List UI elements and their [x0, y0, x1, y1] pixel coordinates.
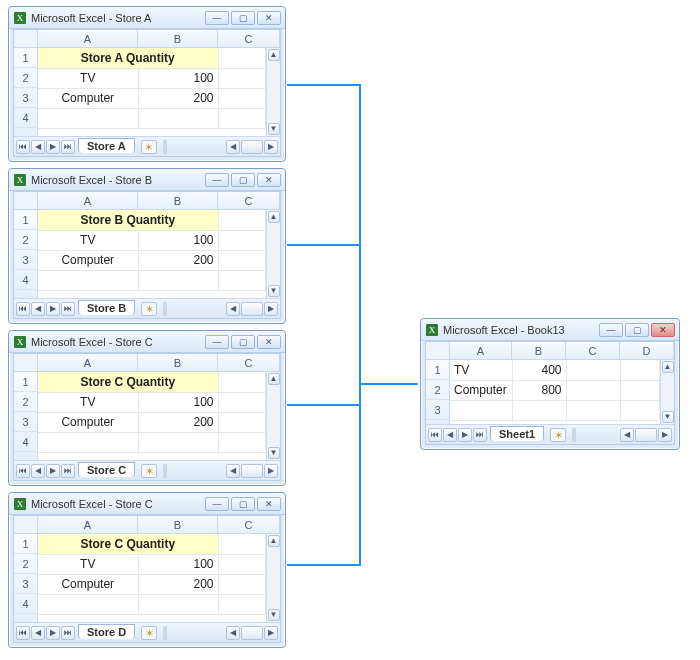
row-headers[interactable]: 1 2 3 4: [14, 48, 38, 136]
cell[interactable]: [38, 432, 138, 452]
cell[interactable]: 200: [138, 88, 218, 108]
minimize-button[interactable]: —: [205, 335, 229, 349]
scroll-right-icon[interactable]: ▶: [658, 428, 672, 442]
cell[interactable]: 200: [138, 574, 218, 594]
tab-nav-next-icon[interactable]: ▶: [46, 464, 60, 478]
cell[interactable]: 200: [138, 250, 218, 270]
maximize-button[interactable]: ▢: [231, 173, 255, 187]
cell[interactable]: 100: [138, 230, 218, 250]
row-headers[interactable]: 1 2 3 4: [14, 372, 38, 460]
cell[interactable]: TV: [38, 68, 138, 88]
titlebar[interactable]: X Microsoft Excel - Store C — ▢ ✕: [9, 493, 285, 515]
scroll-thumb[interactable]: [241, 140, 263, 154]
horizontal-scrollbar[interactable]: ◀ ▶: [578, 428, 672, 442]
grid-cells[interactable]: Store B Quantity TV100 Computer200: [38, 210, 266, 298]
maximize-button[interactable]: ▢: [231, 335, 255, 349]
col-header[interactable]: C: [218, 30, 280, 47]
scroll-up-icon[interactable]: ▲: [268, 373, 280, 385]
cell[interactable]: 100: [138, 554, 218, 574]
cell[interactable]: [218, 88, 265, 108]
minimize-button[interactable]: —: [599, 323, 623, 337]
col-header[interactable]: B: [138, 192, 218, 209]
scroll-left-icon[interactable]: ◀: [226, 626, 240, 640]
cell[interactable]: [218, 250, 266, 270]
cell[interactable]: [218, 432, 266, 452]
tab-nav-prev-icon[interactable]: ◀: [31, 140, 45, 154]
col-header[interactable]: B: [138, 354, 218, 371]
row-headers[interactable]: 1 2 3 4: [14, 534, 38, 622]
scroll-right-icon[interactable]: ▶: [264, 302, 278, 316]
select-all-corner[interactable]: [14, 192, 38, 209]
minimize-button[interactable]: —: [205, 11, 229, 25]
close-button[interactable]: ✕: [257, 335, 281, 349]
row-header[interactable]: 2: [14, 392, 37, 412]
tab-nav-first-icon[interactable]: ⏮: [16, 140, 30, 154]
new-sheet-icon[interactable]: ✶: [141, 140, 157, 154]
close-button[interactable]: ✕: [257, 497, 281, 511]
tab-nav-first-icon[interactable]: ⏮: [16, 464, 30, 478]
scroll-left-icon[interactable]: ◀: [226, 302, 240, 316]
cell[interactable]: [218, 594, 266, 614]
sheet-tab[interactable]: Sheet1: [490, 426, 544, 441]
row-header[interactable]: 2: [426, 380, 449, 400]
scroll-right-icon[interactable]: ▶: [264, 464, 278, 478]
cell[interactable]: TV: [38, 554, 138, 574]
cell[interactable]: [218, 230, 266, 250]
merged-header-cell[interactable]: Store C Quantity: [38, 372, 218, 392]
cell[interactable]: [38, 594, 138, 614]
scroll-down-icon[interactable]: ▼: [268, 285, 280, 297]
cell[interactable]: [566, 400, 620, 420]
cell[interactable]: [218, 372, 266, 392]
cell[interactable]: [218, 412, 266, 432]
vertical-scrollbar[interactable]: ▲ ▼: [660, 360, 674, 424]
cell[interactable]: Computer: [38, 88, 138, 108]
row-header[interactable]: 1: [14, 48, 37, 68]
tab-nav-last-icon[interactable]: ⏭: [473, 428, 487, 442]
grid-cells[interactable]: Store C Quantity TV100 Computer200: [38, 534, 266, 622]
sheet-tab[interactable]: Store B: [78, 300, 135, 315]
tab-nav-last-icon[interactable]: ⏭: [61, 140, 75, 154]
column-headers[interactable]: A B C: [14, 30, 280, 48]
cell[interactable]: [620, 400, 660, 420]
select-all-corner[interactable]: [14, 354, 38, 371]
col-header[interactable]: A: [450, 342, 512, 359]
scroll-down-icon[interactable]: ▼: [268, 123, 280, 135]
cell[interactable]: [218, 534, 266, 554]
new-sheet-icon[interactable]: ✶: [141, 464, 157, 478]
new-sheet-icon[interactable]: ✶: [141, 626, 157, 640]
tab-nav-first-icon[interactable]: ⏮: [16, 626, 30, 640]
maximize-button[interactable]: ▢: [231, 497, 255, 511]
cell[interactable]: [566, 360, 620, 380]
cell[interactable]: [38, 270, 138, 290]
row-header[interactable]: 4: [14, 594, 37, 614]
cell[interactable]: [218, 574, 266, 594]
tab-nav-next-icon[interactable]: ▶: [46, 626, 60, 640]
col-header[interactable]: A: [38, 192, 138, 209]
tab-nav-last-icon[interactable]: ⏭: [61, 626, 75, 640]
cell[interactable]: [218, 68, 265, 88]
maximize-button[interactable]: ▢: [625, 323, 649, 337]
tab-splitter[interactable]: [163, 140, 167, 154]
merged-header-cell[interactable]: Store C Quantity: [38, 534, 218, 554]
cell[interactable]: [218, 270, 266, 290]
cell[interactable]: Computer: [38, 412, 138, 432]
tab-nav-last-icon[interactable]: ⏭: [61, 302, 75, 316]
cell[interactable]: 800: [512, 380, 566, 400]
sheet-tab[interactable]: Store A: [78, 138, 135, 153]
tab-nav-last-icon[interactable]: ⏭: [61, 464, 75, 478]
tab-nav-next-icon[interactable]: ▶: [46, 140, 60, 154]
cell[interactable]: [218, 554, 266, 574]
column-headers[interactable]: A B C: [14, 354, 280, 372]
select-all-corner[interactable]: [14, 516, 38, 533]
scroll-thumb[interactable]: [241, 302, 263, 316]
col-header[interactable]: D: [620, 342, 674, 359]
cell[interactable]: [450, 400, 512, 420]
horizontal-scrollbar[interactable]: ◀ ▶: [169, 464, 278, 478]
titlebar[interactable]: X Microsoft Excel - Store B — ▢ ✕: [9, 169, 285, 191]
row-header[interactable]: 3: [14, 574, 37, 594]
new-sheet-icon[interactable]: ✶: [550, 428, 566, 442]
vertical-scrollbar[interactable]: ▲ ▼: [266, 48, 280, 136]
row-header[interactable]: 3: [14, 412, 37, 432]
close-button[interactable]: ✕: [651, 323, 675, 337]
titlebar[interactable]: X Microsoft Excel - Store A — ▢ ✕: [9, 7, 285, 29]
